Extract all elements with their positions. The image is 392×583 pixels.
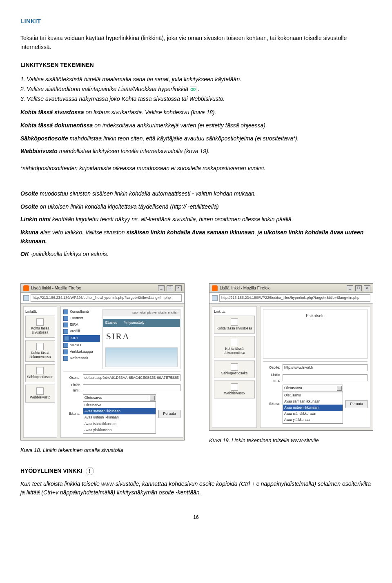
side-kohta-sivustossa[interactable]: Kohta tässä sivustossa — [214, 316, 255, 334]
desc-3-b: Sähköpostiosoite — [20, 135, 68, 142]
side2-label: Kohta tässä dokumentissa — [29, 351, 51, 359]
tree-item[interactable]: Referenssit — [63, 356, 100, 361]
ikkuna-select[interactable]: Oletusarvo — [283, 385, 343, 392]
url-input[interactable]: http://213.186.234.189/WP226/editor_file… — [219, 294, 370, 302]
drop-option[interactable]: Avaa samaan ikkunaan — [283, 398, 343, 405]
drop-option[interactable]: Oletusarvo — [83, 402, 156, 408]
page-cube-icon — [63, 356, 68, 361]
step-2-dot: . — [198, 86, 200, 92]
firefox-icon — [212, 285, 218, 291]
linkin-nimi-input[interactable] — [83, 384, 180, 391]
osoite-input[interactable]: default.asp?id=A91D33AA-65AC4CE0842B-00A… — [83, 374, 180, 381]
firefox-icon — [23, 285, 29, 291]
url-input[interactable]: http://213.186.234.189/WP226/editor_file… — [31, 294, 182, 302]
page-cube-icon — [64, 336, 69, 341]
minimize-button[interactable]: _ — [158, 285, 165, 291]
lang-tabs[interactable]: suomeksi på svenska in english — [103, 309, 180, 316]
step-2-text: 2. Valitse sisältöeditorin valintapainik… — [20, 86, 190, 92]
preview-pane: suomeksi på svenska in english Etusivu Y… — [102, 309, 180, 369]
link-form: Osoite:default.asp?id=A91D33AA-65AC4CE08… — [63, 372, 180, 434]
figure-18: Lisää linkki - Mozilla Firefox _ □ × htt… — [20, 283, 185, 454]
side-webbisivusto[interactable]: Webbisivusto — [25, 385, 55, 403]
close-button[interactable]: × — [175, 285, 182, 291]
maximize-button[interactable]: □ — [167, 285, 173, 291]
tree-item[interactable]: Verkkokauppa — [63, 349, 100, 355]
desc-3: Sähköpostiosoite mahdollistaa linkin teo… — [20, 134, 372, 143]
ikkuna-select[interactable]: Oletusarvo — [83, 394, 156, 402]
desc-4: Webbisivusto mahdollistaa linkityksen to… — [20, 147, 372, 156]
side-sahkoposti[interactable]: Sähköpostiosoite — [25, 364, 55, 382]
tree-label: Referenssit — [70, 356, 89, 361]
mock-window-19: Lisää linkki - Mozilla Firefox _ □ × htt… — [209, 283, 373, 431]
drop-option-selected[interactable]: Avaa samaan ikkunaan — [83, 408, 156, 414]
desc-4-r: mahdollistaa linkityksen toiselle intern… — [58, 148, 210, 154]
linkita-label: Linkitä: — [214, 309, 255, 315]
tree-item[interactable]: Tuotteet — [63, 316, 100, 321]
window-titlebar[interactable]: Lisää linkki - Mozilla Firefox _ □ × — [21, 284, 184, 293]
linkin-nimi-label: Linkin nimi: — [63, 383, 80, 393]
peruuta-button[interactable]: Peruuta — [158, 410, 180, 418]
hint-heading-row: HYÖDYLLINEN VINKKI ! — [20, 467, 372, 476]
tree-item[interactable]: SIRA — [63, 322, 100, 328]
heading-vinkki: HYÖDYLLINEN VINKKI — [20, 467, 82, 476]
os-l1r: muodostuu sivuston sisäisen linkin kohda… — [38, 190, 256, 197]
os-l4b: Ikkuna — [20, 229, 38, 236]
osoite-l4: Ikkuna alas veto valikko. Valitse sivust… — [20, 228, 372, 246]
side-sahkoposti[interactable]: Sähköpostiosoite — [214, 360, 255, 378]
desc-2: Kohta tässä dokumentissa on indeksoitavi… — [20, 121, 372, 130]
osoite-l2: Osoite on ulkoisen linkin kohdalla kirjo… — [20, 202, 372, 211]
foot-note: *sähköpostiosoitteiden kirjoittamista oi… — [20, 164, 372, 173]
drop-option[interactable]: Avaa yläikkunaan — [83, 427, 156, 433]
side-kohta-sivustossa[interactable]: Kohta tässä sivustossa — [25, 316, 55, 338]
ikkuna-label: Ikkuna: — [63, 411, 80, 416]
drop-option[interactable]: Avaa uuteen ikkunaan — [83, 414, 156, 421]
os-l5r: -painikkeella linkitys on valmis. — [29, 251, 109, 257]
os-l4r2: , ja — [254, 229, 264, 236]
window-titlebar[interactable]: Lisää linkki - Mozilla Firefox _ □ × — [209, 284, 373, 293]
nav-yritysesittely[interactable]: Yritysesittely — [124, 320, 145, 326]
page-icon — [23, 295, 29, 301]
os-l3b: Linkin nimi — [20, 216, 51, 223]
tree-item[interactable]: Profiili — [63, 329, 100, 334]
side-kohta-dokumentissa[interactable]: Kohta tässä dokumentissa — [25, 340, 55, 362]
side-kohta-dokumentissa[interactable]: Kohta tässä dokumentissa — [214, 336, 255, 358]
linkin-nimi-label: Linkin nimi: — [263, 372, 280, 383]
logo-sira: SIRA — [103, 327, 180, 346]
osoite-input[interactable]: http://www.trival.fi — [283, 364, 368, 371]
page-cube-icon — [63, 316, 68, 321]
drop-option[interactable]: Oletusarvo — [283, 392, 343, 398]
folder-icon — [36, 318, 44, 326]
drop-option[interactable]: Avaa yläikkunaan — [283, 417, 343, 423]
caption-18: Kuva 18. Linkin tekeminen omalla sivusto… — [20, 446, 185, 454]
figure-19: Lisää linkki - Mozilla Firefox _ □ × htt… — [209, 283, 373, 454]
step-3: 3. Valitse avautuvassa näkymässä joko Ko… — [20, 95, 372, 104]
desc-1-b: Kohta tässä sivustossa — [20, 109, 84, 116]
tree-item[interactable]: SIPRO — [63, 343, 100, 348]
page-number: 16 — [20, 514, 372, 521]
desc-2-r: on indeksoitavia ankkurimerkkejä varten … — [93, 122, 267, 129]
minimize-button[interactable]: _ — [347, 285, 353, 291]
step-1: 1. Valitse sisältötekstistä hiirellä maa… — [20, 75, 372, 84]
mock-right-19: Esikatselu Osoite:http://www.trival.fi L… — [260, 306, 370, 427]
nav-etusivu[interactable]: Etusivu — [105, 320, 118, 326]
close-button[interactable]: × — [364, 285, 370, 291]
drop-option[interactable]: Avaa isäntäikkunaan — [83, 421, 156, 427]
window-title: Lisää linkki - Mozilla Firefox — [31, 285, 81, 292]
page-cube-icon — [63, 329, 68, 334]
tree-item-selected[interactable]: KIRI — [63, 335, 100, 342]
peruuta-button[interactable]: Peruuta — [345, 400, 368, 408]
drop-option[interactable]: Avaa isäntäikkunaan — [283, 411, 343, 417]
os-l4r1: alas veto valikko. Valitse sivuston — [38, 229, 126, 236]
maximize-button[interactable]: □ — [355, 285, 362, 291]
side3-label: Sähköpostiosoite — [221, 371, 248, 375]
desc-1-r: on listaus sivukartasta. Valitse kohdesi… — [84, 109, 216, 116]
desc-3-r: mahdollistaa linkin teon siten, että käy… — [68, 135, 299, 142]
hyperlink-icon — [190, 87, 196, 92]
side-webbisivusto[interactable]: Webbisivusto — [214, 381, 255, 398]
drop-option-selected[interactable]: Avaa uuteen ikkunaan — [283, 405, 343, 411]
desc-1: Kohta tässä sivustossa on listaus sivuka… — [20, 108, 372, 117]
linkin-nimi-input[interactable] — [283, 374, 368, 381]
osoite-label: Osoite: — [63, 375, 80, 381]
side1-label: Kohta tässä sivustossa — [31, 326, 49, 334]
tree-item[interactable]: Konsultointi — [63, 309, 100, 315]
